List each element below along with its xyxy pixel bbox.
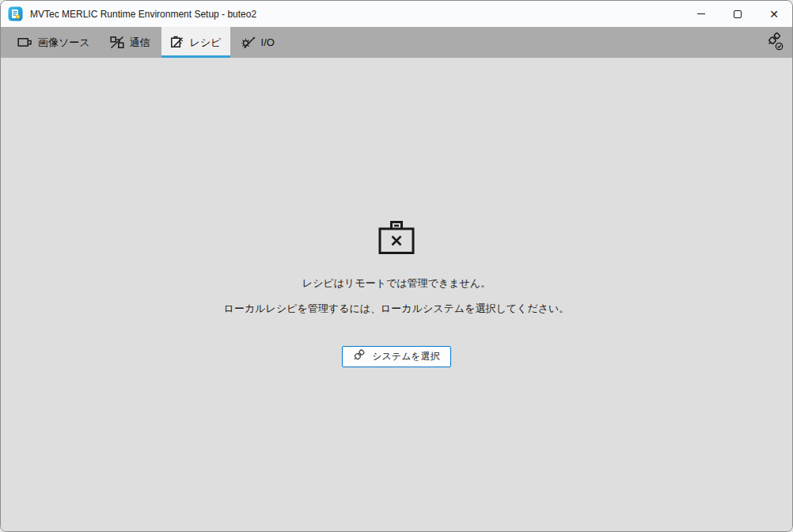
recipe-icon	[170, 36, 184, 49]
titlebar: MVTec MERLIC Runtime Environment Setup -…	[1, 1, 792, 27]
connection-status-icon[interactable]	[764, 31, 784, 55]
empty-state-message-line1: レシピはリモートでは管理できません。	[302, 276, 491, 291]
tab-io[interactable]: I/O	[233, 27, 283, 58]
select-system-button[interactable]: システムを選択	[342, 346, 450, 367]
app-logo-icon	[8, 6, 23, 21]
empty-state-message-line2: ローカルレシピを管理するには、ローカルシステムを選択してください。	[224, 302, 570, 316]
close-icon: ✕	[769, 9, 779, 20]
maximize-button[interactable]	[719, 1, 756, 27]
tab-recipe[interactable]: レシピ	[161, 27, 230, 58]
case-x-icon	[378, 220, 415, 258]
tab-image-source[interactable]: 画像ソース	[9, 27, 99, 58]
app-window: MVTec MERLIC Runtime Environment Setup -…	[0, 0, 793, 532]
close-button[interactable]: ✕	[756, 1, 792, 27]
select-system-button-label: システムを選択	[372, 350, 439, 363]
network-icon	[110, 36, 124, 49]
window-controls: ✕	[683, 1, 792, 27]
io-icon	[241, 36, 256, 49]
minimize-button[interactable]	[683, 1, 719, 27]
recipe-panel: レシピはリモートでは管理できません。 ローカルレシピを管理するには、ローカルシス…	[1, 58, 792, 531]
camera-icon	[17, 36, 32, 48]
maximize-icon	[734, 10, 742, 18]
tab-label: 画像ソース	[38, 36, 90, 50]
connector-icon	[351, 348, 366, 365]
window-title: MVTec MERLIC Runtime Environment Setup -…	[30, 9, 256, 20]
minimize-icon	[697, 13, 705, 14]
tab-strip: 画像ソース 通信	[9, 27, 286, 58]
tab-label: レシピ	[190, 36, 222, 50]
tab-label: 通信	[130, 36, 150, 50]
toolbar-right	[764, 27, 792, 58]
tab-label: I/O	[261, 36, 275, 48]
toolbar: 画像ソース 通信	[1, 27, 792, 58]
tab-communication[interactable]: 通信	[101, 27, 159, 58]
